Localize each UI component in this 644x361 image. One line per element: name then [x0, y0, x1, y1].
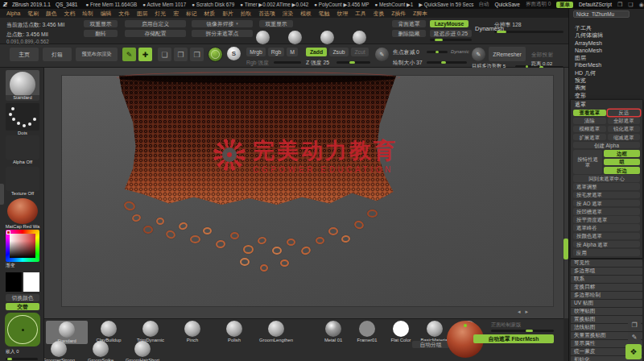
mask-row-button[interactable]: 应用 — [573, 249, 640, 256]
tool-palette-section[interactable]: HD 几何 — [569, 69, 644, 77]
material-slot[interactable]: Framer01 — [350, 321, 384, 342]
mask-row-button[interactable]: 按 Alpha 遮罩 — [573, 241, 640, 248]
menu-item[interactable]: 首选项 — [258, 10, 275, 18]
tool-palette-section[interactable]: 预览 — [569, 77, 644, 84]
menu-item[interactable]: 笔触 — [319, 10, 330, 18]
lazystep-track[interactable] — [430, 39, 472, 41]
autosave-toggle[interactable]: 自动 — [478, 1, 489, 8]
zadd-button[interactable]: Zadd — [306, 48, 327, 56]
zsub-button[interactable]: Zsub — [329, 48, 349, 56]
tool-palette-section[interactable]: 可见性 — [571, 259, 642, 267]
active-tool-icon[interactable]: ❖ — [625, 344, 642, 359]
mask-row-button[interactable]: 按 AO 遮罩 — [573, 200, 640, 207]
tool-name-field[interactable]: Nickz_TiZhunMu — [573, 10, 630, 18]
menu-item[interactable]: 影片 — [222, 10, 233, 18]
brush-slot[interactable]: GroomLengthen — [255, 321, 297, 344]
mirror-weld-button[interactable]: 镜像并焊接 — [192, 20, 253, 27]
draw-size-slider[interactable]: 绘制大小 37 — [393, 59, 423, 67]
menu-item[interactable]: 笔刷 — [27, 10, 39, 18]
lazymouse-button[interactable]: LazyMouse — [430, 20, 469, 27]
tool-palette-section[interactable]: FiberMesh — [569, 61, 644, 68]
canvas-scroll-arrows[interactable]: ◂▸ — [518, 309, 533, 315]
project-all-button[interactable]: 全部投射 — [531, 51, 553, 59]
embed-track[interactable] — [6, 358, 38, 360]
mrgb-button[interactable]: Mrgb — [246, 48, 266, 56]
view-mask-button[interactable]: 查看遮罩 — [573, 110, 606, 117]
curve-modifier-icon[interactable]: ✎ — [472, 48, 485, 61]
menu-item[interactable]: Alpha — [6, 10, 20, 16]
shrink-mask-button[interactable]: 缩减遮罩 — [608, 134, 641, 141]
front-mask-track[interactable] — [491, 330, 554, 332]
home-button[interactable]: 主页 — [10, 48, 39, 61]
preview-boolean-button[interactable]: 预览布尔渲染 — [76, 48, 118, 61]
tool-palette-section[interactable]: UV 贴图 — [571, 300, 642, 307]
brush-slot[interactable]: Polish — [213, 321, 255, 344]
menu-item[interactable]: 颜色 — [46, 10, 57, 18]
feature-button[interactable]: 边框 — [604, 150, 640, 157]
mask-row-button[interactable]: 遮罩峰谷 — [573, 224, 640, 231]
menu-item[interactable]: 图层 — [137, 10, 148, 18]
current-texture[interactable]: Texture Off — [6, 167, 39, 197]
embed-control[interactable]: 嵌入 0 — [6, 348, 39, 360]
z-intensity-track[interactable] — [336, 61, 370, 64]
color-picker-gradient[interactable] — [6, 230, 39, 262]
rotate-icon[interactable]: ❒ — [190, 48, 204, 61]
menu-item[interactable]: 绘制 — [82, 10, 93, 18]
current-brush[interactable]: Standard — [6, 70, 39, 101]
create-alpha-button[interactable]: 创建 Alpha — [573, 142, 640, 149]
current-alpha[interactable]: Alpha Off — [6, 135, 39, 165]
layout-alt-icon[interactable]: ❏ — [628, 1, 633, 8]
material-slot[interactable]: Metal 01 — [316, 321, 350, 342]
auto-group-button[interactable]: 自动分组 — [412, 341, 449, 348]
brush-slot[interactable]: GroomHairShort — [122, 341, 163, 361]
m-button[interactable]: M — [287, 48, 298, 56]
mask-row-button[interactable]: 按颜色遮罩 — [573, 233, 640, 240]
delete-hidden-button[interactable]: 删除隐藏 — [392, 30, 426, 37]
alternate-button[interactable]: 交替 — [6, 303, 39, 310]
menu-item[interactable]: 宏 — [173, 10, 179, 18]
menu-item[interactable]: 文件 — [118, 10, 130, 18]
brush-slot[interactable]: GroomSpike — [80, 341, 122, 361]
double-display-button[interactable]: 双重显示 — [84, 20, 118, 27]
split-unmasked-button[interactable]: 拆分未遮罩点 — [192, 30, 253, 37]
focal-shift-track[interactable] — [427, 51, 448, 53]
menu-item[interactable]: 拾取 — [241, 10, 252, 18]
clear-mask-button[interactable]: 清除 — [573, 118, 606, 125]
switch-color-button[interactable]: 切换颜色 — [6, 294, 39, 301]
layout-icon[interactable]: ❐ — [617, 1, 622, 8]
sculptris-pro-icon[interactable] — [208, 47, 223, 62]
draw-icon[interactable]: ✚ — [138, 48, 152, 61]
current-material[interactable]: MatCap Red Wa — [6, 198, 39, 230]
main-color-swatch[interactable] — [6, 272, 22, 292]
current-stroke[interactable]: Dots — [6, 103, 39, 136]
mask-row-button[interactable]: 按凹槽遮罩 — [573, 208, 640, 215]
feature-button[interactable]: 组 — [604, 159, 640, 166]
blur-mask-button[interactable]: 模糊遮罩 — [573, 126, 606, 133]
brush-slot[interactable]: GroomerStrong — [44, 341, 80, 361]
switch-color[interactable]: 切换颜色 — [6, 294, 39, 301]
tool-palette-section[interactable]: NanoMesh — [569, 47, 644, 54]
dynamic-toggle[interactable]: Dynamic — [451, 49, 469, 54]
menu-item[interactable]: 渲染 — [283, 10, 294, 18]
viewport-canvas[interactable]: 完美动力教育 CGPOWER EDUCATION ◂▸ — [44, 68, 564, 318]
center-unmasked-button[interactable]: 回到未遮罩中心 — [573, 175, 640, 182]
mask-row-button[interactable]: 按平滑度遮罩 — [573, 216, 640, 223]
clipboard-icon[interactable]: ❐ — [628, 320, 641, 330]
flip-button[interactable]: 翻转 — [84, 30, 118, 37]
brush-slot[interactable]: Pinch — [171, 321, 213, 344]
menu-button[interactable]: 菜单 — [556, 2, 573, 8]
inverse-mask-button[interactable]: 反选 — [608, 110, 641, 117]
secondary-color-swatch[interactable] — [23, 272, 39, 292]
zcut-button[interactable]: Zcut — [351, 48, 369, 56]
lightbox-button[interactable]: 灯箱 — [43, 48, 72, 61]
mask-row-button[interactable]: 遮罩调整 — [573, 183, 640, 190]
tool-palette-section[interactable]: 多边形组 — [571, 268, 642, 275]
sharpen-mask-button[interactable]: 锐化遮罩 — [608, 126, 641, 133]
grow-mask-button[interactable]: 扩展遮罩 — [573, 134, 606, 141]
green-texture-widget[interactable] — [5, 313, 40, 346]
menu-item[interactable]: 标记 — [186, 10, 197, 18]
resolution-slider[interactable] — [494, 31, 564, 33]
scale-icon[interactable]: ❐ — [174, 48, 188, 61]
backface-mask-button[interactable]: 背面遮罩 — [392, 20, 426, 27]
menu-item[interactable]: 材质 — [204, 10, 216, 18]
